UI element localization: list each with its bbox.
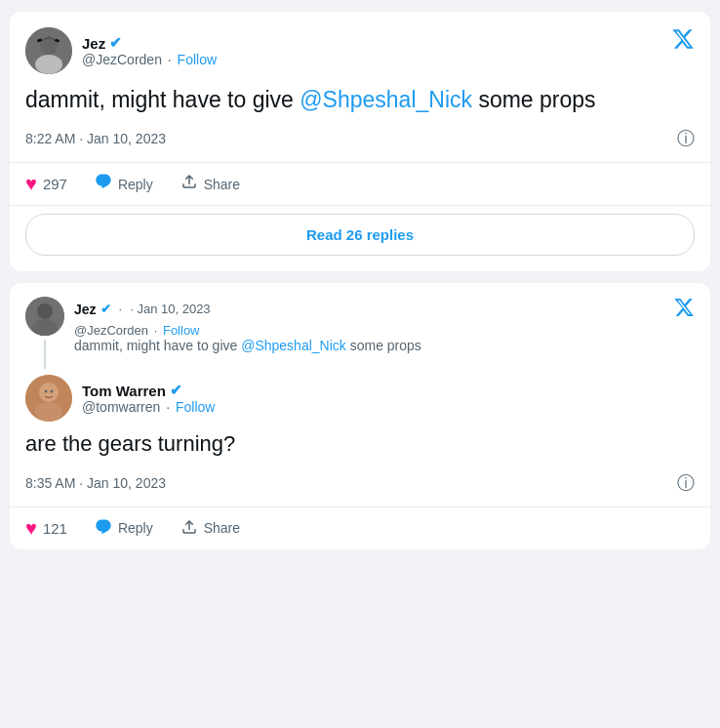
tweet2-body: are the gears turning? xyxy=(25,429,695,460)
tweet1-verified-icon: ✔ xyxy=(109,34,122,52)
thread-jez-mention[interactable]: @Shpeshal_Nick xyxy=(241,338,346,353)
tweet1-mention[interactable]: @Shpeshal_Nick xyxy=(300,87,472,112)
tweet1-divider-2 xyxy=(10,205,710,206)
tweet1-like-count: 297 xyxy=(43,176,67,192)
tweet1-bubble-icon xyxy=(95,173,112,195)
tweet1-user-info: Jez ✔ @JezCorden · Follow xyxy=(82,34,217,67)
tweet2-bubble-icon xyxy=(95,518,112,539)
tweet2-author-section: Tom Warren ✔ @tomwarren · Follow xyxy=(25,375,695,422)
thread-jez-avatar[interactable] xyxy=(25,297,64,336)
read-replies-button[interactable]: Read 26 replies xyxy=(25,214,695,256)
tweet2-username-follow: @tomwarren · Follow xyxy=(82,399,215,415)
thread-jez-content: Jez ✔ · · Jan 10, 2023 @JezCorden · Foll… xyxy=(74,297,695,361)
tweet2-twitter-logo xyxy=(673,297,695,321)
tweet1-username-follow: @JezCorden · Follow xyxy=(82,52,217,67)
tweet2-timestamp: 8:35 AM · Jan 10, 2023 ⓘ xyxy=(25,471,695,495)
tweet2-share-icon xyxy=(180,518,198,539)
tweet2-reply-button[interactable]: Reply xyxy=(95,518,153,539)
tweet1-share-button[interactable]: Share xyxy=(180,173,240,195)
thread-jez-date: · Jan 10, 2023 xyxy=(130,302,210,316)
tweet1-heart-icon: ♥ xyxy=(25,173,37,195)
tweet1-reply-label: Reply xyxy=(118,177,153,192)
tweet2-display-name: Tom Warren ✔ xyxy=(82,382,215,399)
tweet1-action-bar: ♥ 297 Reply Share xyxy=(25,163,695,205)
tweet1-share-icon xyxy=(180,173,198,195)
tweet1-header: Jez ✔ @JezCorden · Follow xyxy=(25,27,695,74)
svg-point-2 xyxy=(35,55,62,74)
thread-jez-verified: ✔ xyxy=(100,302,111,316)
tweet1-like-button[interactable]: ♥ 297 xyxy=(25,173,67,195)
tweet-card-2: Jez ✔ · · Jan 10, 2023 @JezCorden · Foll… xyxy=(10,283,710,549)
tweet1-info-icon[interactable]: ⓘ xyxy=(677,127,695,150)
tweet2-avatar[interactable] xyxy=(25,375,72,422)
tweet2-action-bar: ♥ 121 Reply Share xyxy=(25,507,695,549)
tweet2-like-count: 121 xyxy=(43,520,67,537)
tweet-card-1: Jez ✔ @JezCorden · Follow dammit, might … xyxy=(10,12,710,271)
tweet2-like-button[interactable]: ♥ 121 xyxy=(25,517,67,540)
tweet2-share-label: Share xyxy=(204,520,240,536)
svg-point-14 xyxy=(40,384,58,401)
thread-jez-header: Jez ✔ · · Jan 10, 2023 @JezCorden · Foll… xyxy=(25,297,695,369)
svg-point-9 xyxy=(37,303,53,319)
tweet1-reply-button[interactable]: Reply xyxy=(95,173,153,195)
tweet2-verified-icon: ✔ xyxy=(170,382,182,399)
thread-avatar-col xyxy=(25,297,64,369)
svg-point-13 xyxy=(35,402,62,422)
thread-jez-username-follow: @JezCorden · Follow xyxy=(74,323,695,338)
tweet1-share-label: Share xyxy=(204,177,240,192)
thread-jez-user-row: Jez ✔ · · Jan 10, 2023 xyxy=(74,297,695,321)
tweet1-body: dammit, might have to give @Shpeshal_Nic… xyxy=(25,84,695,115)
tweet1-follow-link[interactable]: Follow xyxy=(178,52,217,67)
tweet1-twitter-logo xyxy=(671,27,695,57)
thread-jez-name: Jez ✔ xyxy=(74,302,111,317)
thread-jez-follow-link[interactable]: Follow xyxy=(163,323,200,338)
tweet2-share-button[interactable]: Share xyxy=(180,518,240,539)
tweet2-reply-label: Reply xyxy=(118,520,153,536)
tweet2-info-icon[interactable]: ⓘ xyxy=(677,471,695,495)
tweet2-follow-link[interactable]: Follow xyxy=(176,399,215,415)
tweet1-timestamp: 8:22 AM · Jan 10, 2023 ⓘ xyxy=(25,127,695,150)
tweet1-avatar[interactable] xyxy=(25,27,72,74)
tweet2-user-info: Tom Warren ✔ @tomwarren · Follow xyxy=(82,382,215,415)
tweet1-user-section: Jez ✔ @JezCorden · Follow xyxy=(25,27,217,74)
tweet2-heart-icon: ♥ xyxy=(25,517,37,540)
thread-line xyxy=(44,340,46,369)
tweet1-display-name: Jez ✔ xyxy=(82,34,217,52)
svg-point-6 xyxy=(40,39,58,55)
svg-point-16 xyxy=(51,390,54,393)
thread-jez-body: dammit, might have to give @Shpeshal_Nic… xyxy=(74,338,695,353)
svg-point-15 xyxy=(45,390,48,393)
